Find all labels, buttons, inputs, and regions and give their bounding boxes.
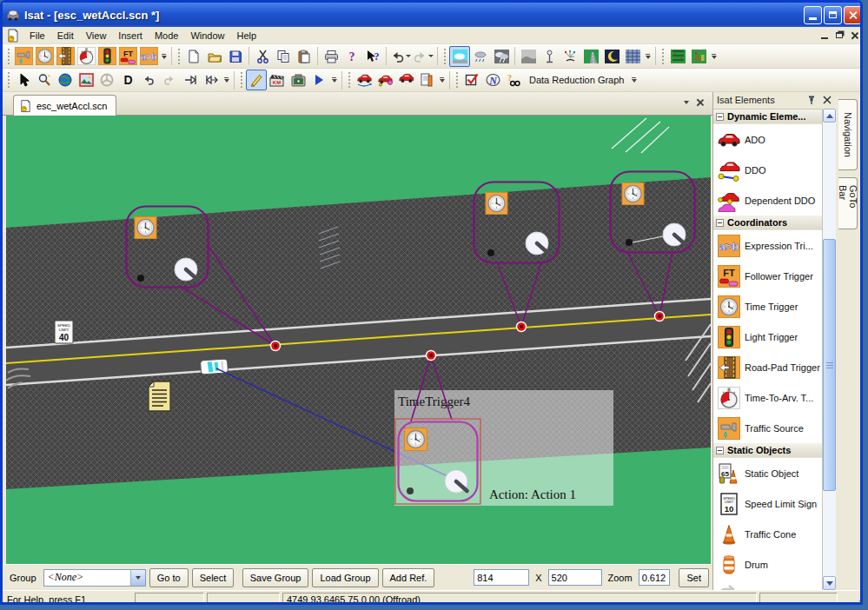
pin-icon[interactable] <box>806 95 817 105</box>
direction-knob[interactable] <box>445 470 467 493</box>
road-anchor[interactable] <box>271 341 281 351</box>
panel-scrollbar[interactable] <box>822 109 836 590</box>
direction-knob[interactable] <box>663 223 686 246</box>
section-static-objects[interactable]: Static Objects <box>713 443 823 458</box>
scenario-canvas[interactable]: SPEED LIMIT 40 <box>6 116 711 564</box>
y-coordinate-input[interactable] <box>548 569 602 586</box>
element-follower-trigger[interactable]: Follower Trigger <box>713 261 823 291</box>
vehicle-button[interactable] <box>395 70 416 90</box>
scroll-up-button[interactable] <box>823 109 836 123</box>
street-lamp-button[interactable] <box>539 46 560 67</box>
element-speed-limit-sign[interactable]: Speed Limit Sign <box>713 488 823 519</box>
draw-path-button[interactable] <box>246 70 267 90</box>
element-ddo[interactable]: DDO <box>713 155 823 185</box>
set-button[interactable]: Set <box>679 568 709 587</box>
maximize-button[interactable] <box>824 6 842 24</box>
panel-close-icon[interactable] <box>822 95 832 105</box>
element-road-pad-trigger[interactable]: Road-Pad Trigger <box>713 352 823 382</box>
element-expression-trigger[interactable]: Expression Tri... <box>713 230 823 261</box>
element-static-object[interactable]: Static Object <box>713 458 823 488</box>
element-ado[interactable]: ADO <box>713 124 823 155</box>
globe-view-button[interactable] <box>55 70 76 90</box>
direction-knob[interactable] <box>526 232 548 255</box>
menu-insert[interactable]: Insert <box>112 29 149 43</box>
x-coordinate-input[interactable] <box>474 569 529 586</box>
save-button[interactable] <box>225 46 246 67</box>
print-button[interactable] <box>321 46 341 67</box>
toolbar-overflow-button[interactable] <box>222 70 231 90</box>
toolbar-overflow-button[interactable] <box>159 47 169 66</box>
select-button[interactable]: Select <box>192 568 235 587</box>
road-anchor[interactable] <box>517 322 527 332</box>
open-button[interactable] <box>204 46 225 67</box>
menu-window[interactable]: Window <box>184 29 230 43</box>
close-button[interactable] <box>844 6 862 24</box>
copy-button[interactable] <box>273 46 294 67</box>
play-button[interactable] <box>308 70 329 90</box>
vehicle-driver-button[interactable] <box>374 70 395 90</box>
scrollbar-thumb[interactable] <box>823 239 836 491</box>
toolbar-grip[interactable] <box>7 48 10 65</box>
scene-haze-button[interactable] <box>518 46 539 67</box>
expression-trigger-button[interactable] <box>138 46 159 67</box>
scenario-log-button[interactable] <box>416 70 437 90</box>
vehicle-path-button[interactable] <box>354 70 374 90</box>
scroll-down-button[interactable] <box>823 576 836 590</box>
time-trigger-button[interactable] <box>34 46 55 67</box>
road-anchor[interactable] <box>427 351 436 361</box>
zoom-tool-button[interactable] <box>34 70 55 90</box>
mdi-close-button[interactable] <box>851 31 858 39</box>
menu-edit[interactable]: Edit <box>51 29 80 43</box>
menu-help[interactable]: Help <box>231 29 263 43</box>
time-to-arrival-trigger-button[interactable] <box>76 46 96 67</box>
goto-button[interactable]: Go to <box>149 568 189 587</box>
debug-mode-button[interactable]: D <box>117 70 138 90</box>
toolbar-grip[interactable] <box>7 71 10 89</box>
element-time-trigger[interactable]: Time Trigger <box>713 291 823 322</box>
cut-button[interactable] <box>252 46 273 67</box>
toolbar-overflow-button[interactable] <box>709 47 719 66</box>
toolbar-grip[interactable] <box>443 48 447 65</box>
menu-file[interactable]: File <box>23 29 51 43</box>
weather-storm-button[interactable] <box>491 46 512 67</box>
tab-goto-bar[interactable]: GoTo Bar <box>838 177 858 229</box>
resize-grip[interactable] <box>854 595 863 605</box>
element-traffic-cone[interactable]: Traffic Cone <box>713 519 823 549</box>
toolbar-grip[interactable] <box>240 71 243 89</box>
road-anchor[interactable] <box>655 312 665 322</box>
pin-backward-button[interactable] <box>201 70 222 90</box>
bridge-grid-button[interactable] <box>622 46 643 67</box>
day-night-button[interactable] <box>601 46 622 67</box>
tab-list-button[interactable] <box>684 101 689 104</box>
road-pad-trigger-button[interactable] <box>55 46 76 67</box>
tab-esc-wetaccl[interactable]: esc_wetAccl.scn <box>13 95 116 116</box>
terrain-trees-button[interactable] <box>667 46 688 67</box>
collapse-icon[interactable] <box>716 113 724 121</box>
select-tool-button[interactable] <box>13 70 34 90</box>
undo-button[interactable] <box>389 46 412 67</box>
toolbar-overflow-button[interactable] <box>329 70 339 90</box>
paste-button[interactable] <box>294 46 315 67</box>
no-graph-button[interactable]: N <box>482 70 503 90</box>
element-traffic-source[interactable]: Traffic Source <box>713 413 823 443</box>
view-undo-button[interactable] <box>138 70 159 90</box>
toolbar-grip[interactable] <box>455 71 459 89</box>
redo-button[interactable] <box>412 46 434 67</box>
traffic-source-button[interactable] <box>13 46 34 67</box>
view-redo-button[interactable] <box>159 70 180 90</box>
element-dependent-ddo[interactable]: Dependent DDO <box>713 185 823 215</box>
section-dynamic-elements[interactable]: Dynamic Eleme... <box>713 109 823 124</box>
road-view-button[interactable] <box>580 46 601 67</box>
tab-close-button[interactable] <box>696 98 704 106</box>
context-help-button[interactable]: ? <box>362 46 383 67</box>
toolbar-overflow-button[interactable] <box>437 70 447 90</box>
toolbar-overflow-button[interactable] <box>643 47 653 66</box>
toolbar-overflow-button[interactable] <box>629 70 639 90</box>
image-overlay-button[interactable] <box>76 70 96 90</box>
tab-navigation[interactable]: Navigation <box>838 99 858 170</box>
splash-effects-button[interactable] <box>560 46 580 67</box>
follower-trigger-button[interactable] <box>117 46 138 67</box>
weather-clear-button[interactable] <box>449 46 470 67</box>
zoom-input[interactable] <box>639 569 670 586</box>
steering-mode-button[interactable] <box>96 70 117 90</box>
